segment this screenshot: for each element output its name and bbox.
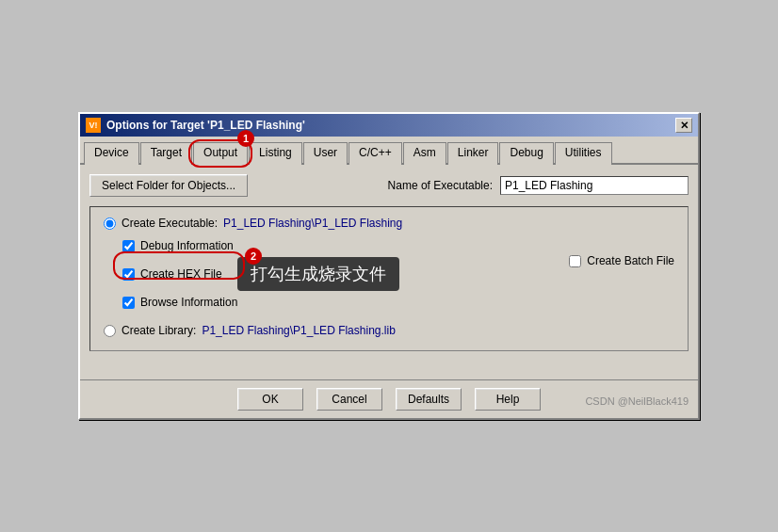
tab-asm[interactable]: Asm <box>403 142 446 165</box>
tab-device[interactable]: Device <box>84 142 139 165</box>
create-batch-checkbox[interactable] <box>569 255 581 267</box>
content-area: Select Folder for Objects... Name of Exe… <box>80 165 698 370</box>
exe-path: P1_LED Flashing\P1_LED Flashing <box>223 217 402 230</box>
options-group: Create Executable: P1_LED Flashing\P1_LE… <box>89 206 689 351</box>
dialog: V! Options for Target 'P1_LED Flashing' … <box>78 112 700 420</box>
cancel-button[interactable]: Cancel <box>316 388 382 411</box>
tab-user[interactable]: User <box>303 142 348 165</box>
close-button[interactable]: ✕ <box>675 118 692 133</box>
watermark: CSDN @NeilBlack419 <box>585 395 689 407</box>
tab-debug[interactable]: Debug <box>499 142 553 165</box>
name-exe-row: Name of Executable: <box>388 176 689 195</box>
tab-linker[interactable]: Linker <box>447 142 499 165</box>
tab-output-label: Output <box>203 146 237 159</box>
debug-info-label: Debug Information <box>140 239 234 252</box>
create-library-row: Create Library: P1_LED Flashing\P1_LED F… <box>104 324 674 337</box>
browse-info-label: Browse Information <box>140 296 237 309</box>
browse-info-checkbox[interactable] <box>122 297 135 309</box>
dialog-title: Options for Target 'P1_LED Flashing' <box>106 119 305 132</box>
defaults-button[interactable]: Defaults <box>396 388 462 411</box>
help-button[interactable]: Help <box>475 388 541 411</box>
create-batch-row: Create Batch File <box>569 254 674 267</box>
title-bar: V! Options for Target 'P1_LED Flashing' … <box>80 114 698 137</box>
browse-info-row: Browse Information <box>122 296 674 309</box>
title-bar-left: V! Options for Target 'P1_LED Flashing' <box>86 118 305 133</box>
tab-output[interactable]: Output 1 <box>193 142 248 165</box>
tab-utilities[interactable]: Utilities <box>555 142 612 165</box>
create-hex-checkbox[interactable] <box>122 268 135 281</box>
name-exe-input[interactable] <box>500 176 689 195</box>
create-exe-label: Create Executable: <box>122 217 218 230</box>
create-exe-radio[interactable] <box>104 218 116 230</box>
select-folder-button[interactable]: Select Folder for Objects... <box>89 174 248 197</box>
tab-bar: Device Target Output 1 Listing User C/C+… <box>80 137 698 165</box>
name-exe-label: Name of Executable: <box>388 179 493 192</box>
tab-target[interactable]: Target <box>140 142 192 165</box>
tab-cpp[interactable]: C/C++ <box>348 142 402 165</box>
create-library-radio[interactable] <box>104 325 116 337</box>
tooltip-box: 打勾生成烧录文件 <box>237 257 399 291</box>
create-batch-label: Create Batch File <box>587 254 674 267</box>
create-exe-row: Create Executable: P1_LED Flashing\P1_LE… <box>104 217 674 230</box>
ok-button[interactable]: OK <box>237 388 303 411</box>
app-icon: V! <box>86 118 101 133</box>
app-icon-text: V! <box>89 121 98 130</box>
top-row: Select Folder for Objects... Name of Exe… <box>89 174 689 197</box>
debug-info-row: Debug Information <box>122 239 674 252</box>
create-library-label: Create Library: <box>122 324 196 337</box>
create-hex-label: Create HEX File <box>140 267 222 281</box>
lib-path: P1_LED Flashing\P1_LED Flashing.lib <box>202 324 395 337</box>
debug-info-checkbox[interactable] <box>122 240 135 252</box>
tab-listing[interactable]: Listing <box>249 142 302 165</box>
